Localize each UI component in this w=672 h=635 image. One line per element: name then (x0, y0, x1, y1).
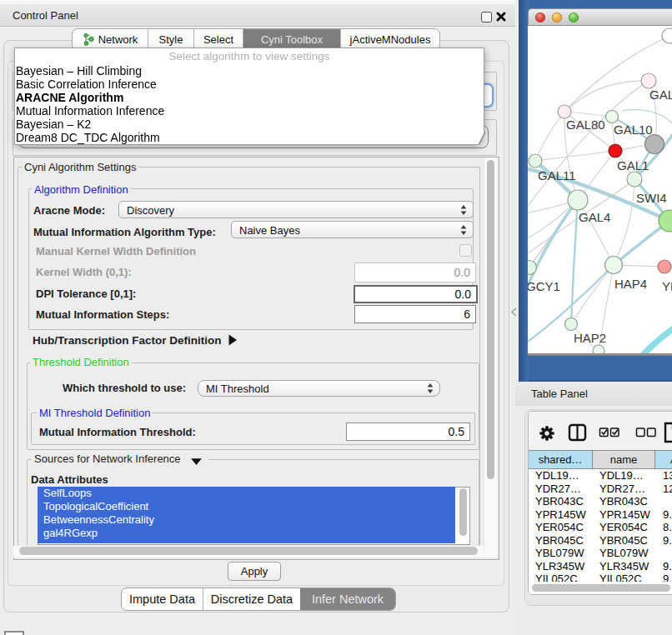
svg-text:GCY1: GCY1 (528, 279, 560, 293)
svg-text:GAL80: GAL80 (566, 118, 605, 132)
svg-text:HAP2: HAP2 (574, 331, 606, 345)
svg-text:GAL4: GAL4 (579, 210, 610, 224)
svg-text:GAL10: GAL10 (614, 122, 653, 137)
svg-text:SWI4: SWI4 (636, 191, 667, 205)
svg-text:YD: YD (662, 279, 672, 293)
svg-text:GAL1: GAL1 (617, 158, 649, 172)
svg-text:HAP4: HAP4 (614, 277, 647, 291)
svg-text:GAL7: GAL7 (649, 88, 672, 102)
svg-text:GAL11: GAL11 (538, 168, 576, 182)
